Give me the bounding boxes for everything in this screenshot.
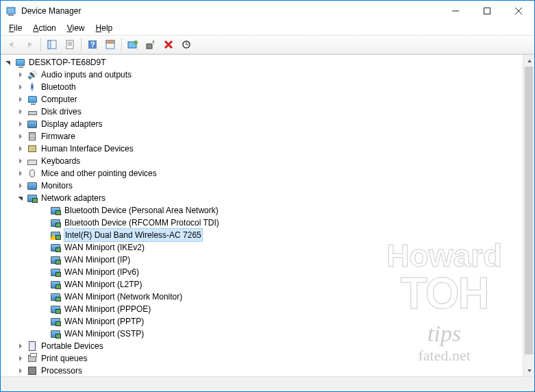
properties-button[interactable]: [62, 37, 78, 52]
expander-closed-icon[interactable]: [16, 169, 25, 178]
tree-node[interactable]: Firmware: [1, 130, 523, 143]
tree-node[interactable]: WAN Miniport (L2TP): [1, 278, 523, 291]
tree-node[interactable]: Keyboards: [1, 155, 523, 167]
tree-node-label: Mice and other pointing devices: [40, 167, 158, 180]
net-icon: [50, 254, 61, 265]
tree-node[interactable]: Human Interface Devices: [1, 143, 523, 155]
enable-button[interactable]: [142, 37, 159, 52]
tree-node[interactable]: WAN Miniport (IKEv2): [1, 241, 523, 254]
expander-none: [39, 206, 49, 215]
expander-closed-icon[interactable]: [16, 341, 25, 351]
tree-node-label: Portable Devices: [40, 340, 104, 352]
tree-node-label: WAN Miniport (PPTP): [64, 315, 145, 328]
tree-node[interactable]: Bluetooth Device (Personal Area Network): [1, 204, 523, 217]
tree-node[interactable]: Portable Devices: [1, 340, 523, 352]
svg-rect-8: [66, 40, 73, 49]
root-icon: [14, 57, 25, 68]
tree-node[interactable]: Processors: [1, 365, 523, 376]
expander-closed-icon[interactable]: [16, 107, 25, 117]
tree-node[interactable]: DESKTOP-TE68D9T: [1, 56, 523, 69]
close-button[interactable]: [503, 1, 534, 21]
tree-node[interactable]: Disk drives: [1, 106, 523, 118]
tree-node-label: Computer: [40, 93, 78, 106]
tree-node-label: Human Interface Devices: [40, 143, 134, 155]
tree-node[interactable]: Mice and other pointing devices: [1, 167, 523, 180]
toolbar: ?: [1, 35, 534, 54]
showhide-button[interactable]: [44, 37, 60, 52]
expander-closed-icon[interactable]: [16, 119, 25, 129]
expander-closed-icon[interactable]: [16, 181, 25, 191]
titlebar: Device Manager: [1, 1, 534, 21]
tree-node-label: WAN Miniport (PPPOE): [64, 303, 151, 315]
actioncenter-button[interactable]: [102, 37, 119, 52]
forward-button[interactable]: [21, 37, 38, 52]
menu-help[interactable]: Help: [92, 23, 117, 33]
expander-closed-icon[interactable]: [16, 95, 25, 104]
net-warn-icon: [50, 230, 61, 241]
tree-node[interactable]: WAN Miniport (PPPOE): [1, 303, 523, 315]
menu-file[interactable]: File: [5, 23, 26, 33]
expander-closed-icon[interactable]: [16, 156, 25, 166]
tree-node[interactable]: WAN Miniport (Network Monitor): [1, 291, 523, 303]
expander-open-icon[interactable]: [3, 58, 13, 67]
tree-node-label: DESKTOP-TE68D9T: [28, 56, 106, 69]
help-button[interactable]: ?: [84, 37, 101, 52]
tree-node-label: Firmware: [40, 130, 76, 143]
scrollbar[interactable]: [523, 55, 534, 376]
expander-closed-icon[interactable]: [16, 366, 25, 376]
bt-icon: ᚼ: [27, 82, 38, 93]
minimize-button[interactable]: [440, 1, 471, 21]
printer-icon: [27, 353, 38, 364]
maximize-button[interactable]: [471, 1, 503, 21]
tree-node[interactable]: WAN Miniport (SSTP): [1, 328, 523, 340]
toolbar-separator: [40, 38, 41, 51]
menu-view[interactable]: View: [63, 23, 89, 33]
portable-icon: [27, 341, 38, 352]
tree-node[interactable]: Intel(R) Dual Band Wireless-AC 7265: [1, 229, 523, 241]
tree-node[interactable]: Monitors: [1, 180, 523, 192]
tree-node[interactable]: Bluetooth Device (RFCOMM Protocol TDI): [1, 217, 523, 229]
tree-node[interactable]: WAN Miniport (PPTP): [1, 315, 523, 328]
expander-closed-icon[interactable]: [16, 132, 25, 141]
scroll-thumb[interactable]: [525, 66, 533, 354]
expander-closed-icon[interactable]: [16, 144, 25, 154]
tree-node-label: Audio inputs and outputs: [40, 69, 132, 81]
scan-button[interactable]: [178, 37, 195, 52]
tree-node[interactable]: Computer: [1, 93, 523, 106]
scroll-up-button[interactable]: [523, 55, 534, 66]
back-button[interactable]: [3, 37, 20, 52]
kb-icon: [27, 156, 38, 167]
net-icon: [50, 217, 61, 228]
computer-icon: [27, 94, 38, 105]
toolbar-separator: [81, 38, 82, 51]
monitor-icon: [27, 180, 38, 191]
menu-action[interactable]: Action: [29, 23, 60, 33]
svg-point-17: [134, 40, 138, 45]
expander-closed-icon[interactable]: [16, 354, 25, 363]
update-button[interactable]: [125, 37, 141, 52]
cpu-icon: [27, 365, 38, 376]
tree-node[interactable]: WAN Miniport (IP): [1, 254, 523, 266]
scroll-down-button[interactable]: [523, 365, 534, 376]
device-tree[interactable]: DESKTOP-TE68D9T🔊Audio inputs and outputs…: [1, 55, 523, 376]
tree-node-label: Print queues: [40, 352, 88, 365]
expander-closed-icon[interactable]: [16, 70, 25, 79]
svg-rect-7: [48, 40, 51, 49]
audio-icon: 🔊: [27, 69, 38, 80]
expander-none: [39, 230, 49, 240]
uninstall-button[interactable]: [160, 37, 177, 52]
tree-node-label: Bluetooth Device (Personal Area Network): [64, 204, 219, 217]
tree-node[interactable]: Display adapters: [1, 118, 523, 130]
expander-closed-icon[interactable]: [16, 82, 25, 92]
expander-none: [39, 255, 49, 265]
net-icon: [50, 205, 61, 216]
expander-none: [39, 292, 49, 302]
tree-node[interactable]: WAN Miniport (IPv6): [1, 266, 523, 278]
hid-icon: [27, 143, 38, 154]
tree-node[interactable]: ᚼBluetooth: [1, 81, 523, 93]
tree-node[interactable]: Print queues: [1, 352, 523, 365]
expander-none: [39, 317, 49, 326]
expander-open-icon[interactable]: [16, 193, 25, 203]
tree-node[interactable]: Network adapters: [1, 192, 523, 204]
tree-node[interactable]: 🔊Audio inputs and outputs: [1, 69, 523, 81]
